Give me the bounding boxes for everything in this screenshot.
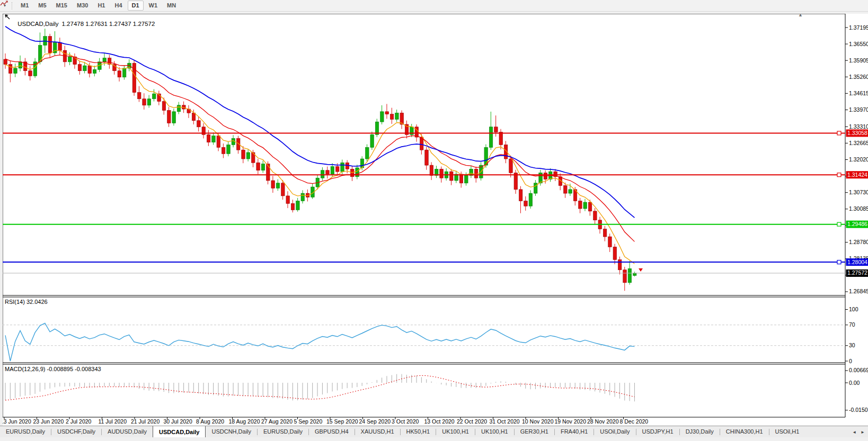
tab-fra40-h1[interactable]: FRA40,H1: [555, 426, 594, 438]
candle-body-down: [58, 43, 62, 50]
candle-body-up: [177, 105, 181, 112]
candle-body-down: [8, 65, 12, 74]
candle-body-down: [499, 132, 503, 145]
date-tick-label: 21 Jul 2020: [131, 418, 160, 425]
candle-body-down: [222, 147, 225, 154]
timeframe-button-w1[interactable]: W1: [145, 1, 162, 11]
date-tick-label: 11 Jul 2020: [99, 418, 127, 425]
tab-ger30-h1[interactable]: GER30,H1: [515, 426, 554, 438]
tab-dj30-daily[interactable]: DJ30,Daily: [680, 426, 720, 438]
tab-usoil-daily[interactable]: USOil,Daily: [594, 426, 635, 438]
tab-hk50-h1[interactable]: HK50,H1: [401, 426, 436, 438]
price-tick-label: 1.35905: [849, 57, 868, 64]
candle-body-down: [217, 136, 220, 148]
date-tick-label: 5 Sep 2020: [294, 418, 323, 425]
date-tick-label: 13 Oct 2020: [424, 418, 455, 425]
date-tick-label: 27 Aug 2020: [261, 418, 293, 425]
candle-body-up: [366, 147, 369, 159]
candle-body-down: [197, 121, 201, 127]
chart-title: USDCAD,Daily 1.27478 1.27631 1.27437 1.2…: [5, 14, 158, 33]
macd-label: MACD(12,26,9) -0.008895 -0.008343: [5, 366, 101, 372]
date-tick-label: 22 Oct 2020: [457, 418, 487, 425]
date-tick-label: 15 Sep 2020: [326, 418, 358, 425]
tab-uk100-h1[interactable]: UK100,H1: [436, 426, 475, 438]
date-tick-label: 2 Jul 2020: [66, 418, 92, 425]
candle-body-up: [172, 112, 176, 123]
candle-body-down: [286, 196, 290, 203]
tab-uk100-h1[interactable]: UK100,H1: [475, 426, 514, 438]
macd-tick-label: 0.00: [849, 380, 860, 386]
tab-xauusd-h1[interactable]: XAUUSD,H1: [355, 426, 400, 438]
price-tick-label: 1.37195: [849, 24, 868, 31]
ma-line-slow: [5, 26, 634, 218]
chart-tabs: EURUSD,DailyUSDCHF,DailyAUDUSD,DailyUSDC…: [0, 426, 849, 438]
date-tick-label: 18 Aug 2020: [229, 418, 260, 425]
rsi-tick-label: 30: [849, 342, 855, 348]
candle-body-up: [261, 164, 265, 170]
candle-body-up: [276, 183, 280, 188]
candle-body-up: [246, 152, 250, 159]
candle-body-down: [594, 211, 597, 220]
candle-body-down: [88, 66, 92, 73]
tab-usdchf-daily[interactable]: USDCHF,Daily: [51, 426, 101, 438]
candle-body-up: [628, 268, 632, 283]
indicator-arrow-button[interactable]: ▾: [1, 1, 7, 11]
price-tick-label: 1.28780: [849, 239, 868, 245]
current-price-label: 1.27572: [847, 269, 867, 276]
tab-scroll-arrows: ◄ ►: [849, 426, 868, 438]
date-tick-label: 28 Nov 2020: [587, 418, 619, 425]
timeframe-toolbar: M1M5M15M30H1H4D1W1MN: [16, 0, 181, 11]
tab-usdcnh-daily[interactable]: USDCNH,Daily: [206, 426, 257, 438]
tab-usdjpy-h1[interactable]: USDJPY,H1: [636, 426, 679, 438]
window-frame-left: [0, 11, 3, 427]
candle-body-down: [78, 65, 82, 71]
date-tick-label: 8 Dec 2020: [620, 418, 649, 425]
timeframe-button-d1[interactable]: D1: [128, 1, 144, 11]
date-tick-label: 3 Oct 2020: [392, 418, 419, 425]
candle-body-up: [341, 163, 344, 172]
top-toolbar: ▾ M1M5M15M30H1H4D1W1MN: [0, 0, 868, 12]
price-tick-label: 1.30730: [849, 189, 868, 195]
timeframe-button-mn[interactable]: MN: [163, 1, 180, 11]
chart-canvas[interactable]: 1.371951.365501.359051.352601.346151.339…: [0, 0, 868, 441]
toolbar-separator: [12, 2, 13, 10]
price-tick-label: 1.32665: [849, 140, 868, 146]
candle-body-up: [529, 193, 533, 206]
line-study-icon: [0, 0, 8, 6]
candle-body-down: [623, 270, 627, 283]
candle-body-down: [494, 127, 498, 132]
candle-body-down: [29, 71, 32, 76]
ma-line-medium: [5, 55, 634, 242]
candle-body-up: [153, 94, 156, 99]
tab-usdcad-daily[interactable]: USDCAD,Daily: [153, 426, 206, 438]
date-tick-label: 23 Jun 2020: [33, 418, 64, 425]
candle-body-down: [192, 113, 196, 120]
candle-body-up: [569, 190, 572, 193]
timeframe-button-m1[interactable]: M1: [16, 1, 33, 11]
candle-body-down: [162, 102, 166, 111]
timeframe-button-m15[interactable]: M15: [52, 1, 72, 11]
tab-gbpusd-h4[interactable]: GBPUSD,H4: [309, 426, 355, 438]
candle-body-up: [212, 136, 216, 142]
candle-body-down: [459, 174, 463, 183]
price-tick-label: 1.32020: [849, 156, 868, 163]
candle-body-down: [613, 247, 617, 259]
tab-eurusd-daily[interactable]: EURUSD,Daily: [0, 426, 51, 438]
tab-scroll-left-icon[interactable]: ◄: [852, 430, 856, 435]
tab-scroll-right-icon[interactable]: ►: [861, 430, 865, 435]
candle-body-down: [256, 163, 260, 170]
rsi-line: [5, 323, 634, 362]
timeframe-button-h1[interactable]: H1: [93, 1, 109, 11]
resistance-line-label: 1.33058: [847, 130, 867, 136]
candle-body-down: [4, 59, 7, 65]
sell-arrow-icon: [639, 268, 643, 272]
tab-usoil-h1[interactable]: USOil,H1: [769, 426, 805, 438]
date-tick-label: 24 Sep 2020: [359, 418, 391, 425]
timeframe-button-m5[interactable]: M5: [34, 1, 50, 11]
tab-eurusd-daily[interactable]: EURUSD,Daily: [258, 426, 308, 438]
timeframe-button-m30[interactable]: M30: [73, 1, 92, 11]
mt4-window: 1.371951.365501.359051.352601.346151.339…: [0, 0, 868, 441]
tab-audusd-daily[interactable]: AUDUSD,Daily: [102, 426, 153, 438]
tab-china300-h1[interactable]: CHINA300,H1: [720, 426, 769, 438]
timeframe-button-h4[interactable]: H4: [110, 1, 126, 11]
